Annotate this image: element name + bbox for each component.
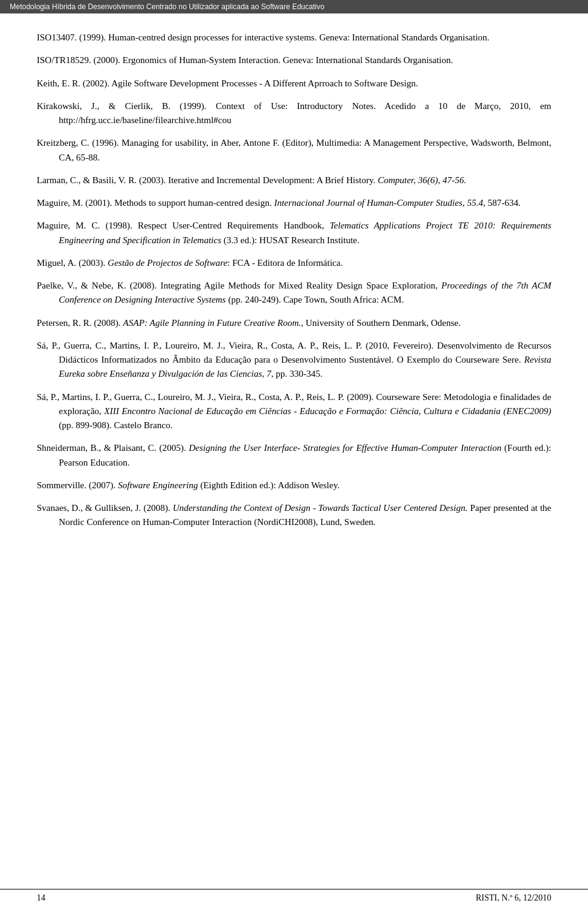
kirakowski-link[interactable]: http://hfrg.ucc.ie/baseline/filearchive.…: [59, 115, 232, 125]
ref-svanaes-italic: Understanding the Context of Design - To…: [173, 503, 468, 513]
ref-kreitzberg: Kreitzberg, C. (1996). Managing for usab…: [37, 136, 551, 165]
ref-maguire2001: Maguire, M. (2001). Methods to support h…: [37, 196, 551, 210]
page-number: 14: [37, 893, 45, 903]
ref-shneiderman: Shneiderman, B., & Plaisant, C. (2005). …: [37, 441, 551, 470]
ref-paelke-text: Paelke, V., & Nebe, K. (2008). Integrati…: [37, 281, 551, 304]
ref-sa2010-text: Sá, P., Guerra, C., Martins, I. P., Lour…: [37, 341, 551, 379]
ref-maguire2001-italic: Internacional Journal of Human-Computer …: [274, 198, 483, 208]
header-text: Metodologia Híbrida de Desenvolvimento C…: [10, 2, 325, 11]
ref-shneiderman-italic: Designing the User Interface- Strategies…: [189, 443, 502, 453]
header-bar: Metodologia Híbrida de Desenvolvimento C…: [0, 0, 588, 13]
ref-shneiderman-text: Shneiderman, B., & Plaisant, C. (2005). …: [37, 443, 551, 467]
page-container: Metodologia Híbrida de Desenvolvimento C…: [0, 0, 588, 914]
ref-sa2010: Sá, P., Guerra, C., Martins, I. P., Lour…: [37, 339, 551, 382]
ref-isotr18529: ISO/TR18529. (2000). Ergonomics of Human…: [37, 53, 551, 67]
ref-iso13407-text: ISO13407. (1999). Human-centred design p…: [37, 32, 489, 42]
ref-kirakowski: Kirakowski, J., & Cierlik, B. (1999). Co…: [37, 99, 551, 128]
ref-sa2009-italic: XIII Encontro Nacional de Educação em Ci…: [104, 406, 551, 416]
ref-larman-italic: Computer, 36(6), 47-56.: [378, 175, 467, 185]
ref-svanaes: Svanaes, D., & Gulliksen, J. (2008). Und…: [37, 501, 551, 530]
ref-maguire1998-text: Maguire, M. C. (1998). Respect User-Cent…: [37, 221, 551, 244]
ref-iso13407: ISO13407. (1999). Human-centred design p…: [37, 31, 551, 45]
ref-larman-text: Larman, C., & Basili, V. R. (2003). Iter…: [37, 175, 466, 185]
ref-maguire1998: Maguire, M. C. (1998). Respect User-Cent…: [37, 219, 551, 247]
ref-svanaes-text: Svanaes, D., & Gulliksen, J. (2008). Und…: [37, 503, 551, 527]
ref-miguel-italic: Gestão de Projectos de Software: [108, 258, 228, 268]
ref-larman: Larman, C., & Basili, V. R. (2003). Iter…: [37, 173, 551, 187]
ref-sommerville-italic: Software Engineering: [118, 480, 198, 490]
ref-keith: Keith, E. R. (2002). Agile Software Deve…: [37, 77, 551, 91]
ref-maguire2001-text: Maguire, M. (2001). Methods to support h…: [37, 198, 521, 208]
ref-kirakowski-text: Kirakowski, J., & Cierlik, B. (1999). Co…: [37, 101, 551, 125]
ref-sa2009-text: Sá, P., Martins, I. P., Guerra, C., Lour…: [37, 392, 551, 431]
ref-petersen: Petersen, R. R. (2008). ASAP: Agile Plan…: [37, 316, 551, 330]
ref-kreitzberg-text: Kreitzberg, C. (1996). Managing for usab…: [37, 138, 551, 162]
ref-sa2009: Sá, P., Martins, I. P., Guerra, C., Lour…: [37, 390, 551, 433]
ref-paelke: Paelke, V., & Nebe, K. (2008). Integrati…: [37, 279, 551, 308]
ref-paelke-italic: Proceedings of the 7th ACM Conference on…: [59, 281, 551, 304]
ref-sa2010-italic: Revista Eureka sobre Enseñanza y Divulga…: [59, 355, 551, 379]
ref-sommerville-text: Sommerville. (2007). Software Engineerin…: [37, 480, 339, 490]
ref-petersen-text: Petersen, R. R. (2008). ASAP: Agile Plan…: [37, 318, 461, 328]
ref-isotr18529-text: ISO/TR18529. (2000). Ergonomics of Human…: [37, 55, 453, 65]
ref-petersen-italic: ASAP: Agile Planning in Future Creative …: [123, 318, 301, 328]
ref-keith-text: Keith, E. R. (2002). Agile Software Deve…: [37, 78, 418, 88]
journal-info: RISTI, N.º 6, 12/2010: [476, 893, 551, 903]
ref-miguel-text: Miguel, A. (2003). Gestão de Projectos d…: [37, 258, 343, 268]
ref-miguel: Miguel, A. (2003). Gestão de Projectos d…: [37, 256, 551, 270]
ref-maguire1998-italic: Telematics Applications Project TE 2010:…: [59, 221, 551, 244]
ref-sommerville: Sommerville. (2007). Software Engineerin…: [37, 478, 551, 493]
footer: 14 RISTI, N.º 6, 12/2010: [0, 889, 588, 903]
content-area: ISO13407. (1999). Human-centred design p…: [0, 13, 588, 575]
